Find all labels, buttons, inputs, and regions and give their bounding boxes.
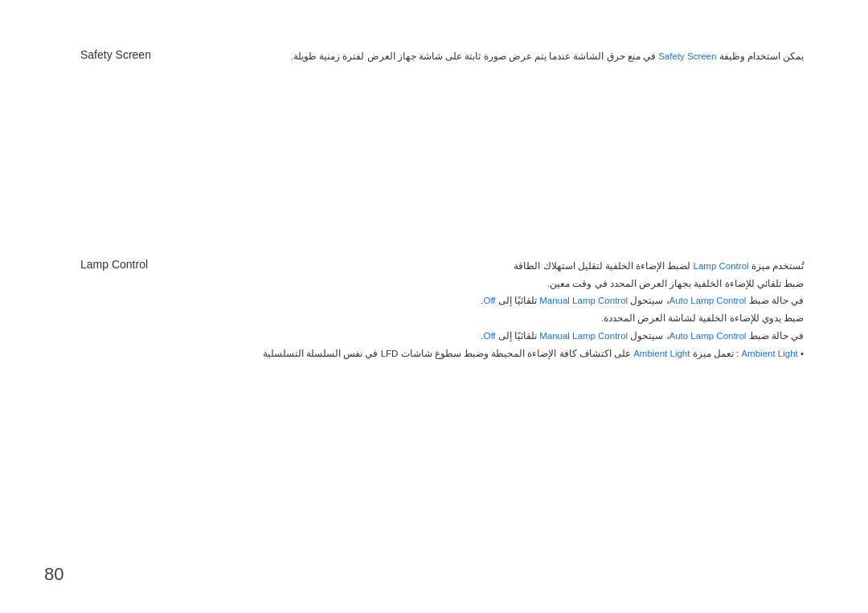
page-number: 80 [44, 564, 63, 585]
lamp-line3-blue2: Manual Lamp Control [539, 296, 628, 305]
safety-screen-blue-1: Safety Screen [658, 51, 716, 61]
lamp-line3-blue1: Auto Lamp Control [669, 296, 747, 305]
lamp-line3-text2: ، سيتحول [628, 296, 669, 305]
lamp-control-section: Lamp Control تُستخدم ميزة Lamp Control ل… [48, 258, 820, 363]
lamp-line5-blue1: Auto Lamp Control [669, 331, 747, 341]
lamp-line1-text1: تُستخدم ميزة [749, 261, 804, 271]
lamp-line3-text1: في حالة ضبط [746, 296, 804, 305]
lamp-line6-bullet: • [798, 349, 804, 358]
lamp-line5-text2: ، سيتحول [628, 331, 669, 341]
lamp-line4-text: ضبط يدوي للإضاءة الخلفية لشاشة العرض الم… [601, 313, 804, 323]
lamp-control-line-5: في حالة ضبط Auto Lamp Control، سيتحول Ma… [177, 328, 804, 345]
lamp-line2-text: ضبط تلقائي للإضاءة الخلفية بجهاز العرض ا… [547, 279, 804, 288]
lamp-control-text-block: تُستخدم ميزة Lamp Control لضبط الإضاءة ا… [177, 258, 820, 363]
safety-screen-title: Safety Screen [80, 48, 177, 61]
lamp-line1-text2: لضبط الإضاءة الخلفية لتقليل استهلاك الطا… [514, 261, 693, 271]
lamp-line5-blue2: Manual Lamp Control [539, 331, 628, 341]
safety-screen-text-1: يمكن استخدام وظيفة [716, 51, 804, 61]
lamp-control-line-1: تُستخدم ميزة Lamp Control لضبط الإضاءة ا… [177, 258, 804, 276]
lamp-control-line-2: ضبط تلقائي للإضاءة الخلفية بجهاز العرض ا… [177, 276, 804, 293]
safety-screen-text-block: يمكن استخدام وظيفة Safety Screen في منع … [177, 48, 820, 65]
section-spacer [48, 97, 820, 258]
lamp-line6-blue2: Ambient Light [633, 349, 690, 358]
page-container: Safety Screen يمكن استخدام وظيفة Safety … [0, 0, 868, 613]
lamp-line3-blue3: Off [483, 296, 495, 305]
lamp-control-line-6: • Ambient Light : تعمل ميزة Ambient Ligh… [177, 345, 804, 363]
lamp-line5-text1: في حالة ضبط [746, 331, 804, 341]
lamp-control-title: Lamp Control [80, 258, 177, 271]
lamp-line5-blue3: Off [483, 331, 495, 341]
lamp-line6-blue1: Ambient Light [741, 349, 797, 358]
lamp-control-line-3: في حالة ضبط Auto Lamp Control، سيتحول Ma… [177, 292, 804, 310]
lamp-line5-text3: تلقائيًا إلى [496, 331, 540, 341]
lamp-line6-text1: : تعمل ميزة [690, 349, 741, 358]
lamp-line1-blue1: Lamp Control [694, 261, 749, 271]
safety-screen-description: يمكن استخدام وظيفة Safety Screen في منع … [177, 48, 804, 65]
safety-screen-section: Safety Screen يمكن استخدام وظيفة Safety … [48, 48, 820, 65]
lamp-control-line-4: ضبط يدوي للإضاءة الخلفية لشاشة العرض الم… [177, 310, 804, 328]
lamp-line3-text3: تلقائيًا إلى [496, 296, 540, 305]
safety-screen-text-2: في منع حرق الشاشة عندما يتم عرض صورة ثاب… [291, 51, 658, 61]
lamp-line6-text2: على اكتشاف كافة الإضاءة المحيطة وضبط سطو… [263, 349, 633, 358]
